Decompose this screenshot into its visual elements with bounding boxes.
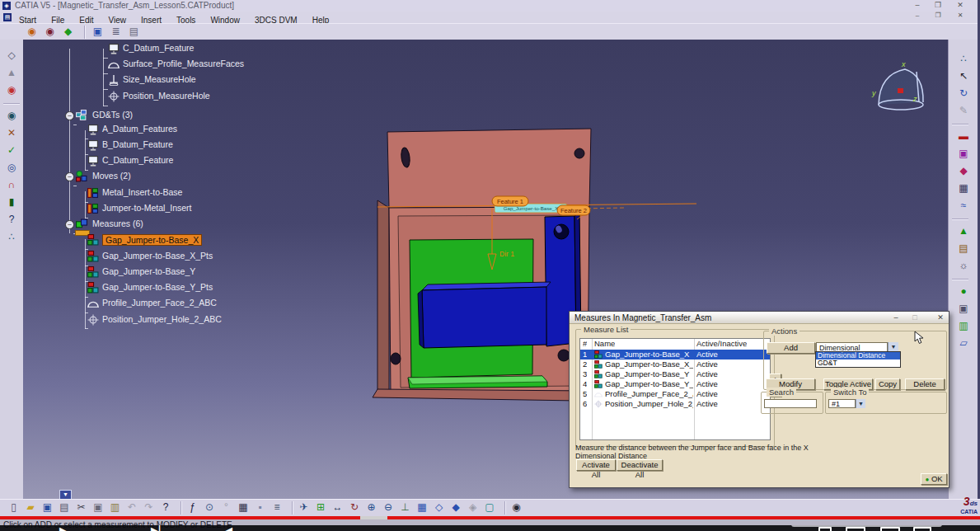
tree-expander-measures-6-[interactable]: – bbox=[65, 220, 74, 229]
render-view-icon[interactable]: ◉ bbox=[43, 25, 57, 39]
switch-to-arrow-icon[interactable]: ▼ bbox=[856, 399, 865, 408]
dialog-maximize-button[interactable]: □ bbox=[908, 313, 921, 322]
save-icon[interactable]: ▣ bbox=[40, 500, 54, 515]
tree-item-c-datum-feature[interactable]: C_Datum_Feature bbox=[123, 43, 194, 53]
video-player-bar[interactable]: ▶ ▶▏ ◀ bbox=[0, 525, 980, 531]
mdi-restore-button[interactable]: ❐ bbox=[932, 12, 944, 19]
tree-expander-gd-ts-3-[interactable]: – bbox=[65, 111, 74, 120]
tree-item-gd-ts-3-[interactable]: GD&Ts (3) bbox=[92, 110, 133, 120]
ok-button[interactable]: ● OK bbox=[921, 473, 947, 485]
tree-item-metal-insert-to-base[interactable]: Metal_Insert-to-Base bbox=[102, 187, 182, 197]
tree-item-jumper-to-metal-insert[interactable]: Jumper-to-Metal_Insert bbox=[102, 203, 192, 213]
shaded-view-icon[interactable]: ◆ bbox=[449, 500, 463, 515]
corner-view-icon[interactable]: ▱ bbox=[956, 336, 971, 350]
formula-icon[interactable]: ƒ bbox=[185, 500, 199, 515]
normal-view-icon[interactable]: ⊥ bbox=[398, 500, 412, 515]
next-icon[interactable]: ▶▏ bbox=[151, 525, 167, 531]
molecules-icon[interactable]: ∴ bbox=[4, 229, 19, 244]
new-document-icon[interactable]: ▯ bbox=[7, 500, 21, 515]
tree-item-gap-jumper-to-base-x-pts[interactable]: Gap_Jumper-to-Base_X_Pts bbox=[102, 251, 213, 261]
redo-icon[interactable]: ↷ bbox=[142, 500, 156, 515]
fly-mode-icon[interactable]: ✈ bbox=[297, 500, 311, 515]
zoom-out-icon[interactable]: ⊖ bbox=[382, 500, 396, 515]
open-folder-icon[interactable]: ▰ bbox=[24, 500, 38, 515]
product-structure-icon[interactable]: ▣ bbox=[91, 25, 105, 39]
copy-icon[interactable]: ▣ bbox=[91, 500, 106, 515]
tree-item-surface-profile-measurefaces[interactable]: Surface_Profile_MeasureFaces bbox=[123, 59, 244, 68]
column-header-2[interactable]: Active/Inactive bbox=[696, 339, 747, 349]
histogram-hill-icon[interactable]: ▲ bbox=[956, 223, 971, 238]
tree-item-b-datum-feature[interactable]: B_Datum_Feature bbox=[102, 139, 173, 149]
pan-icon[interactable]: ↔ bbox=[331, 500, 345, 515]
compare-parts-icon[interactable]: ◆ bbox=[956, 163, 971, 178]
dmu-molecules-icon[interactable]: ∴ bbox=[956, 51, 971, 66]
measure-row-1[interactable]: 1Gap_Jumper-to-Base_XActive bbox=[580, 350, 770, 359]
tree-item-moves-2-[interactable]: Moves (2) bbox=[92, 171, 131, 181]
dropdown-option-gd-t[interactable]: GD&T bbox=[816, 359, 900, 367]
play-icon[interactable]: ▶ bbox=[59, 525, 68, 531]
activate-all-button[interactable]: Activate All bbox=[576, 459, 616, 471]
rotate-icon[interactable]: ↻ bbox=[348, 500, 362, 515]
iso-view-icon[interactable]: ◇ bbox=[432, 500, 446, 515]
validate-check-icon[interactable]: ✓ bbox=[4, 143, 19, 157]
measure-row-5[interactable]: 5Profile_Jumper_Face_2_ABCActive bbox=[580, 389, 770, 399]
gear-pointer-icon[interactable]: ☼ bbox=[956, 258, 971, 273]
tree-item-position-jumper-hole-2-abc[interactable]: Position_Jumper_Hole_2_ABC bbox=[102, 314, 222, 324]
update-arrow-icon[interactable]: ▲ bbox=[4, 65, 19, 80]
tree-item-gap-jumper-to-base-x[interactable]: Gap_Jumper-to-Base_X bbox=[102, 234, 202, 246]
colored-cube-icon[interactable]: ▣ bbox=[956, 146, 971, 161]
tree-expander-moves-2-[interactable]: – bbox=[65, 172, 74, 181]
measure-row-6[interactable]: 6Position_Jumper_Hole_2_ABCActive bbox=[580, 399, 770, 409]
undo-icon[interactable]: ↶ bbox=[125, 500, 139, 515]
zoom-in-icon[interactable]: ⊕ bbox=[364, 500, 378, 515]
tree-item-gap-jumper-to-base-y[interactable]: Gap_Jumper-to-Base_Y bbox=[102, 266, 195, 276]
column-header-1[interactable]: Name bbox=[594, 339, 615, 349]
measure-type-dropdown-list[interactable]: Dimensional DistanceGD&T bbox=[815, 351, 901, 368]
whats-this-icon[interactable]: ? bbox=[159, 500, 173, 515]
swap-rotate-icon[interactable]: ↻ bbox=[956, 86, 971, 101]
minimize-button[interactable]: – bbox=[912, 1, 923, 9]
measure-list-table[interactable]: #NameActive/Inactive1Gap_Jumper-to-Base_… bbox=[579, 338, 771, 440]
fit-view-icon[interactable]: ◉ bbox=[25, 25, 39, 39]
help-icon[interactable]: ? bbox=[4, 212, 19, 227]
video-progress-bar[interactable] bbox=[0, 516, 980, 519]
compass[interactable]: x y z bbox=[871, 60, 923, 110]
wireframe-view-icon[interactable]: ◈ bbox=[466, 500, 480, 515]
select-cursor-icon[interactable]: ↖ bbox=[956, 68, 971, 83]
volume-icon[interactable]: ◀ bbox=[224, 525, 232, 531]
navigate-wheel-icon[interactable]: ◎ bbox=[4, 160, 19, 175]
settings-icon[interactable] bbox=[818, 527, 832, 531]
close-button[interactable]: ✕ bbox=[954, 1, 966, 9]
switch-to-dropdown[interactable]: #1 bbox=[828, 399, 856, 408]
blocks-icon[interactable]: ▥ bbox=[956, 318, 971, 333]
tree-item-profile-jumper-face-2-abc[interactable]: Profile_Jumper_Face_2_ABC bbox=[102, 298, 217, 308]
hidden-edge-icon[interactable]: ▢ bbox=[483, 500, 497, 515]
data-manager-icon[interactable]: ▤ bbox=[127, 25, 141, 39]
tree-item-c-datum-feature[interactable]: C_Datum_Feature bbox=[102, 155, 173, 165]
measure-row-2[interactable]: 2Gap_Jumper-to-Base_X_PtsActive bbox=[580, 359, 770, 369]
deactivate-all-button[interactable]: Deactivate All bbox=[617, 459, 663, 471]
dialog-minimize-button[interactable]: – bbox=[889, 313, 903, 322]
macro-gearbox-icon[interactable]: ▣ bbox=[956, 301, 971, 316]
report-image-icon[interactable]: ▤ bbox=[956, 241, 971, 256]
mdi-close-button[interactable]: ✕ bbox=[954, 12, 966, 19]
isometric-cube-icon[interactable]: ◇ bbox=[4, 48, 19, 63]
search-input[interactable] bbox=[764, 399, 817, 408]
tree-item-size-measurehole[interactable]: Size_MeasureHole bbox=[123, 74, 196, 84]
graphic-properties-icon[interactable]: ◆ bbox=[61, 25, 75, 39]
tree-item-measures-6-[interactable]: Measures (6) bbox=[92, 219, 143, 228]
tree-item-gap-jumper-to-base-y-pts[interactable]: Gap_Jumper-to-Base_Y_Pts bbox=[102, 282, 213, 292]
measure-rule-icon[interactable]: ≡ bbox=[270, 500, 284, 515]
delete-button[interactable]: Delete bbox=[905, 378, 945, 390]
magnet-save-icon[interactable]: ∩ bbox=[4, 177, 19, 192]
tools-options-icon[interactable]: ✕ bbox=[4, 125, 19, 140]
paste-icon[interactable]: ▥ bbox=[108, 500, 122, 515]
camera-capture-icon[interactable]: ◉ bbox=[509, 500, 523, 515]
section-waves-icon[interactable]: ≈ bbox=[956, 198, 971, 213]
mdi-minimize-button[interactable]: – bbox=[912, 12, 923, 19]
add-button[interactable]: Add bbox=[767, 342, 815, 354]
tree-item-a-datum-features[interactable]: A_Datum_Features bbox=[102, 124, 177, 134]
color-wheel-icon[interactable]: ◉ bbox=[4, 82, 19, 97]
miniplayer-icon[interactable] bbox=[846, 527, 865, 531]
print-icon[interactable]: ▤ bbox=[58, 500, 72, 515]
